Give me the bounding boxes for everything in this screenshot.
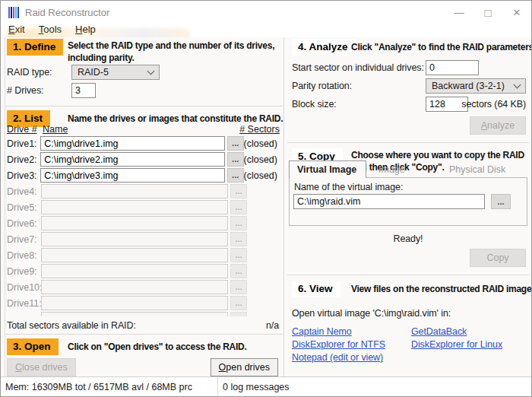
title-bar: Raid Reconstructor — □ ✕ xyxy=(1,1,531,24)
drive-row: ... xyxy=(5,311,282,316)
tab-physical-disk[interactable]: Physical Disk xyxy=(449,164,505,175)
status-log-messages: 0 log messages xyxy=(218,382,290,392)
window-title: Raid Reconstructor xyxy=(25,7,109,18)
drive-row: Drive1:...(closed) xyxy=(5,135,282,151)
drive-status: (closed) xyxy=(244,170,282,181)
total-sectors-label: Total sectors available in RAID: xyxy=(7,320,136,331)
drive-name-input xyxy=(41,280,228,294)
menu-help[interactable]: Help xyxy=(75,24,96,37)
total-sectors-value: n/a xyxy=(136,320,279,331)
section-separator xyxy=(5,106,283,106)
drive-name-input[interactable] xyxy=(40,152,225,167)
virtual-image-name-input[interactable] xyxy=(293,194,485,209)
main-area: 1. Define Select the RAID type and the n… xyxy=(1,37,531,378)
block-size-suffix: sectors (64 KB) xyxy=(461,99,526,110)
drive-label: Drive10: xyxy=(5,282,41,293)
header-drive-number: Drive # xyxy=(7,124,37,135)
close-icon[interactable]: ✕ xyxy=(502,1,531,24)
link-getdataback[interactable]: GetDataBack xyxy=(411,326,520,337)
drive-row: Drive6:... xyxy=(5,215,282,231)
drive-name-input xyxy=(41,312,228,316)
drive-name-input xyxy=(41,200,228,214)
drive-row: Drive3:...(closed) xyxy=(5,167,282,183)
drive-label: Drive8: xyxy=(5,250,41,261)
drives-count-label: # Drives: xyxy=(7,85,43,96)
link-captain-nemo[interactable]: Captain Nemo xyxy=(292,326,411,337)
minimize-icon[interactable]: — xyxy=(445,1,473,24)
maximize-icon[interactable]: □ xyxy=(473,1,502,24)
drive-row: Drive2:...(closed) xyxy=(5,151,282,167)
tab-image[interactable]: Image xyxy=(378,164,405,175)
browse-drive-button: ... xyxy=(230,264,247,278)
raid-type-value: RAID-5 xyxy=(78,67,109,78)
raid-type-select[interactable]: RAID-5 xyxy=(71,65,160,80)
browse-drive-button: ... xyxy=(230,232,247,246)
drive-label: Drive5: xyxy=(5,202,41,213)
panel-divider xyxy=(283,37,284,378)
menu-bar: Exit Tools Help xyxy=(1,24,531,37)
drives-count-input[interactable] xyxy=(71,83,96,98)
link-diskexplorer-linux[interactable]: DiskExplorer for Linux xyxy=(411,339,520,350)
drive-label: Drive9: xyxy=(5,266,41,277)
close-drives-button: Close drives xyxy=(7,358,76,376)
virtual-image-name-label: Name of the virtual image: xyxy=(294,182,403,192)
drive-name-input[interactable] xyxy=(40,136,225,151)
status-memory: Mem: 16309MB tot / 6517MB avl / 68MB prc xyxy=(1,382,217,392)
menu-exit[interactable]: Exit xyxy=(8,24,25,37)
browse-virtual-image-button[interactable]: ... xyxy=(491,194,511,209)
menu-tools[interactable]: Tools xyxy=(39,24,62,37)
section-separator xyxy=(5,334,283,335)
block-size-label: Block size: xyxy=(292,99,337,110)
app-window: Raid Reconstructor — □ ✕ Exit Tools Help… xyxy=(0,0,532,397)
drive-name-input xyxy=(41,216,228,230)
drive-status: (closed) xyxy=(244,154,282,165)
chevron-down-icon xyxy=(514,81,521,88)
status-bar: Mem: 16309MB tot / 6517MB avl / 68MB prc… xyxy=(1,376,531,396)
drive-rows: Drive1:...(closed)Drive2:...(closed)Driv… xyxy=(5,135,282,316)
total-sectors-row: Total sectors available in RAID: n/a xyxy=(7,320,279,331)
drive-row: Drive11:... xyxy=(5,295,282,311)
start-sector-input[interactable] xyxy=(426,60,479,75)
open-badge: 3. Open xyxy=(7,338,59,355)
open-drives-button[interactable]: Open drives xyxy=(211,358,278,376)
start-sector-label: Start sector on individual drives: xyxy=(292,62,424,73)
browse-drive-button[interactable]: ... xyxy=(227,168,244,183)
tab-virtual-image[interactable]: Virtual Image xyxy=(289,160,366,178)
browse-drive-button: ... xyxy=(230,216,247,230)
header-name: Name xyxy=(43,124,68,135)
right-panel: 4. Analyze Click "Analyze" to find the R… xyxy=(287,37,529,378)
raid-type-label: RAID type: xyxy=(7,67,52,78)
drive-name-input xyxy=(41,248,228,262)
drive-name-input xyxy=(41,264,228,278)
copy-button: Copy xyxy=(470,249,526,267)
define-desc: Select the RAID type and the number of i… xyxy=(68,40,277,64)
browse-drive-button: ... xyxy=(230,248,247,262)
drive-status: (closed) xyxy=(244,138,282,149)
parity-rotation-value: Backward (3-2-1) xyxy=(432,81,505,91)
chevron-down-icon xyxy=(147,67,155,75)
drive-label: Drive7: xyxy=(5,234,41,245)
drive-label: Drive4: xyxy=(5,186,41,197)
header-sectors: # Sectors xyxy=(239,124,280,135)
app-icon xyxy=(8,7,19,18)
browse-drive-button: ... xyxy=(230,296,247,310)
link-diskexplorer-ntfs[interactable]: DiskExplorer for NTFS xyxy=(292,339,411,350)
section-separator xyxy=(287,142,529,143)
drive-name-input xyxy=(41,296,228,310)
drive-name-input[interactable] xyxy=(40,168,225,183)
analyze-badge: 4. Analyze xyxy=(292,39,356,56)
parity-rotation-select[interactable]: Backward (3-2-1) xyxy=(426,78,526,94)
drive-row: Drive5:... xyxy=(5,199,282,215)
browse-drive-button: ... xyxy=(230,280,247,294)
browse-drive-button: ... xyxy=(230,312,247,316)
drive-row: Drive7:... xyxy=(5,231,282,247)
browse-drive-button[interactable]: ... xyxy=(227,152,244,167)
drive-label: Drive1: xyxy=(5,138,40,149)
view-desc: View files on the reconstructed RAID ima… xyxy=(351,284,529,296)
browse-drive-button: ... xyxy=(230,200,247,214)
copy-status-text: Ready! xyxy=(287,233,529,244)
view-badge: 6. View xyxy=(292,281,340,297)
browse-drive-button[interactable]: ... xyxy=(227,136,244,151)
link-notepad[interactable]: Notepad (edit or view) xyxy=(292,352,411,363)
analyze-button: Analyze xyxy=(470,116,526,135)
